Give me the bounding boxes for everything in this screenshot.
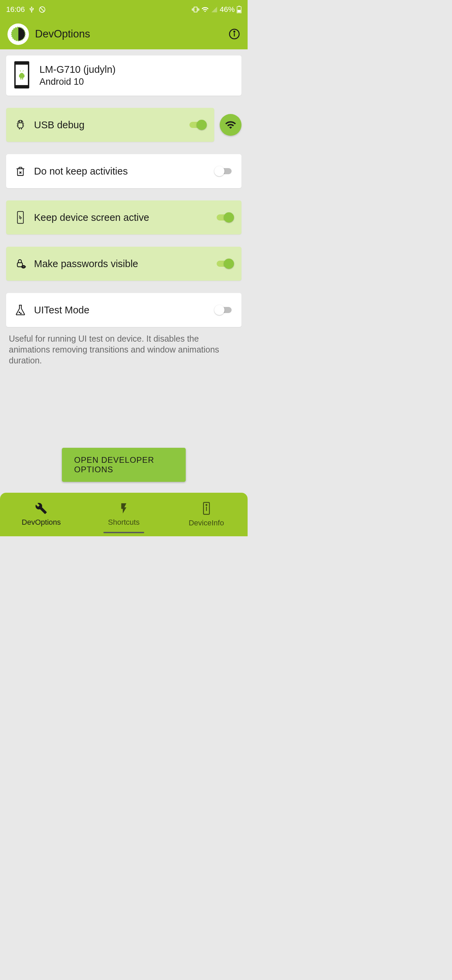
dnd-icon [38, 6, 46, 13]
setting-show-passwords[interactable]: Make passwords visible [6, 247, 241, 281]
nav-label: DevOptions [22, 518, 61, 527]
svg-rect-14 [21, 78, 21, 80]
bottom-nav: DevOptions Shortcuts DeviceInfo [0, 493, 247, 536]
wifi-adb-button[interactable] [220, 114, 241, 136]
device-phone-icon [14, 61, 32, 90]
nav-label: Shortcuts [108, 518, 140, 527]
toggle-no-keep-activities[interactable] [214, 166, 234, 176]
svg-point-39 [206, 504, 207, 506]
setting-uitest-mode[interactable]: UITest Mode [6, 293, 241, 327]
setting-label: Make passwords visible [34, 258, 214, 269]
flask-icon [14, 304, 27, 317]
info-button[interactable] [228, 28, 240, 40]
svg-line-24 [21, 121, 22, 121]
svg-point-34 [23, 266, 24, 268]
wrench-icon [35, 502, 47, 516]
toggle-usb-debug[interactable] [187, 120, 207, 130]
toggle-keep-screen-active[interactable] [214, 212, 234, 223]
svg-point-35 [19, 312, 20, 313]
svg-line-32 [19, 218, 21, 219]
svg-point-27 [19, 121, 20, 122]
device-info-icon [201, 501, 211, 517]
device-card[interactable]: LM-G710 (judyln) Android 10 [6, 56, 241, 95]
uitest-help-text: Useful for running UI test on device. It… [6, 333, 241, 366]
battery-percent: 46% [220, 5, 235, 14]
nav-label: DeviceInfo [189, 519, 224, 527]
svg-rect-11 [20, 74, 24, 78]
gesture-handle[interactable] [103, 532, 144, 533]
toggle-uitest-mode[interactable] [214, 305, 234, 315]
vibrate-icon [192, 6, 199, 13]
app-title: DevOptions [35, 28, 228, 40]
open-developer-options-button[interactable]: OPEN DEVELOPER OPTIONS [62, 448, 186, 482]
bolt-icon [118, 502, 130, 516]
setting-label: USB debug [34, 119, 187, 130]
setting-label: Do not keep activities [34, 166, 214, 177]
battery-icon [237, 6, 241, 13]
svg-point-36 [21, 313, 21, 314]
lock-eye-icon [14, 258, 27, 270]
device-model: LM-G710 (judyln) [40, 64, 116, 75]
svg-line-23 [19, 121, 20, 121]
svg-point-28 [21, 121, 22, 122]
signal-icon [211, 6, 218, 13]
svg-rect-2 [238, 6, 240, 6]
app-logo-icon [8, 24, 29, 45]
toggle-show-passwords[interactable] [214, 259, 234, 269]
svg-rect-12 [19, 75, 20, 77]
svg-rect-13 [24, 75, 24, 77]
nav-dev-options[interactable]: DevOptions [0, 493, 82, 536]
status-bar: 16:06 46% [0, 0, 247, 19]
setting-no-keep-activities[interactable]: Do not keep activities [6, 154, 241, 188]
app-bar: DevOptions [0, 19, 247, 49]
svg-point-7 [234, 31, 235, 32]
nav-shortcuts[interactable]: Shortcuts [82, 493, 165, 536]
setting-usb-debug[interactable]: USB debug [6, 108, 214, 142]
device-android-version: Android 10 [40, 76, 116, 87]
setting-label: Keep device screen active [34, 212, 214, 223]
svg-rect-15 [22, 78, 23, 80]
android-debug-icon [14, 119, 27, 131]
wifi-status-icon [201, 6, 209, 13]
phone-screen-icon [14, 211, 27, 224]
status-time: 16:06 [6, 5, 25, 14]
usb-icon [28, 6, 35, 13]
setting-label: UITest Mode [34, 305, 214, 316]
setting-keep-screen-active[interactable]: Keep device screen active [6, 200, 241, 234]
nav-device-info[interactable]: DeviceInfo [165, 493, 247, 536]
svg-rect-18 [18, 123, 23, 128]
trash-icon [14, 165, 27, 177]
